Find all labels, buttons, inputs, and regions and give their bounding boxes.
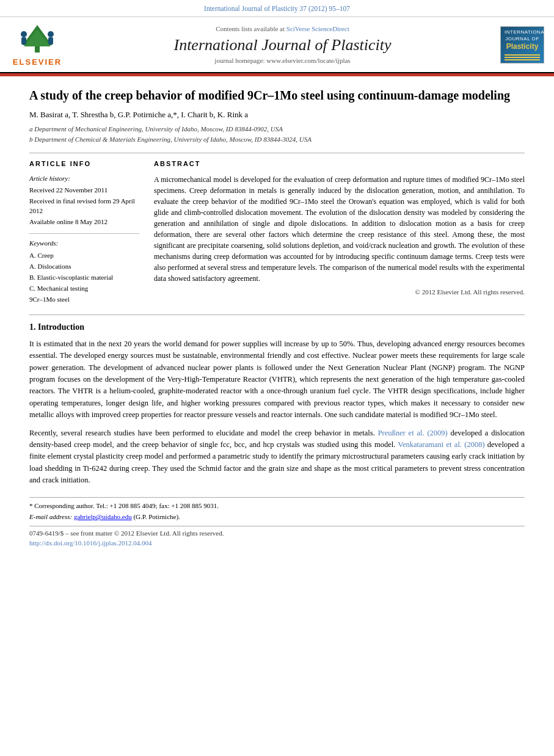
preussner-link[interactable]: Preußner et al. (2009) — [378, 429, 448, 437]
plasticity-main-text: Plasticity — [505, 42, 540, 52]
keyword-1: A. Creep — [29, 251, 139, 261]
abstract-heading: ABSTRACT — [154, 159, 525, 169]
affiliation-b: b Department of Chemical & Materials Eng… — [29, 134, 525, 145]
journal-homepage: journal homepage: www.elsevier.com/locat… — [71, 56, 494, 66]
plasticity-top-text: INTERNATIONAL JOURNAL OF — [505, 29, 540, 42]
available-online-date: Available online 8 May 2012 — [29, 217, 139, 227]
article-info-abstract: ARTICLE INFO Article history: Received 2… — [29, 153, 525, 305]
section-divider — [29, 314, 525, 315]
elsevier-tree-icon — [16, 22, 58, 56]
svg-rect-7 — [48, 37, 53, 45]
plasticity-badge-box: INTERNATIONAL JOURNAL OF Plasticity — [500, 26, 544, 63]
journal-header: ELSEVIER Contents lists available at Sci… — [0, 17, 554, 73]
keyword-2: A. Dislocations — [29, 262, 139, 272]
svg-point-4 — [21, 31, 27, 37]
svg-point-6 — [48, 31, 54, 37]
footnotes: * Corresponding author. Tel.: +1 208 885… — [29, 497, 525, 522]
authors-text: M. Basirat a, T. Shrestha b, G.P. Potirn… — [29, 110, 248, 119]
keywords-section: Keywords: A. Creep A. Dislocations B. El… — [29, 239, 139, 305]
header-center: Contents lists available at SciVerse Sci… — [71, 24, 494, 66]
affiliation-a: a Department of Mechanical Engineering, … — [29, 124, 525, 134]
svg-rect-5 — [21, 37, 26, 45]
journal-title: International Journal of Plasticity — [71, 35, 494, 54]
keyword-4: C. Mechanical testing — [29, 284, 139, 294]
received-revised-date: Received in final revised form 29 April … — [29, 197, 139, 216]
doi-line: http://dx.doi.org/10.1016/j.ijplas.2012.… — [29, 539, 525, 548]
introduction-section: 1. Introduction It is estimated that in … — [29, 321, 525, 487]
intro-paragraph-1: It is estimated that in the next 20 year… — [29, 338, 525, 421]
paper-title: A study of the creep behavior of modifie… — [29, 87, 525, 103]
keywords-label: Keywords: — [29, 239, 139, 249]
email-note: E-mail address: gabrielp@uidaho.edu (G.P… — [29, 512, 525, 522]
journal-ref-text: International Journal of Plasticity 37 (… — [204, 5, 350, 12]
abstract-text: A micromechanical model is developed for… — [154, 174, 525, 284]
keyword-3: B. Elastic-viscoplastic material — [29, 273, 139, 283]
venkataramani-link[interactable]: Venkataramani et al. (2008) — [398, 440, 484, 449]
keyword-5: 9Cr–1Mo steel — [29, 295, 139, 305]
article-info-panel: ARTICLE INFO Article history: Received 2… — [29, 159, 139, 305]
article-info-heading: ARTICLE INFO — [29, 159, 139, 169]
sciverse-line: Contents lists available at SciVerse Sci… — [71, 24, 494, 34]
doi-link[interactable]: http://dx.doi.org/10.1016/j.ijplas.2012.… — [29, 539, 152, 547]
paper-content: A study of the creep behavior of modifie… — [0, 76, 554, 560]
footer-links: 0749-6419/$ – see front matter © 2012 El… — [29, 526, 525, 548]
plasticity-badge: INTERNATIONAL JOURNAL OF Plasticity — [500, 26, 544, 63]
corresponding-author-note: * Corresponding author. Tel.: +1 208 885… — [29, 501, 525, 511]
history-label: Article history: — [29, 174, 139, 184]
affiliations: a Department of Mechanical Engineering, … — [29, 124, 525, 144]
journal-reference: International Journal of Plasticity 37 (… — [0, 0, 554, 17]
email-link[interactable]: gabrielp@uidaho.edu — [74, 513, 132, 520]
article-history: Article history: Received 22 November 20… — [29, 174, 139, 234]
copyright-line: © 2012 Elsevier Ltd. All rights reserved… — [154, 288, 525, 297]
issn-line: 0749-6419/$ – see front matter © 2012 El… — [29, 529, 525, 539]
abstract-panel: ABSTRACT A micromechanical model is deve… — [154, 159, 525, 305]
elsevier-brand-text: ELSEVIER — [13, 57, 62, 68]
received-date: Received 22 November 2011 — [29, 186, 139, 195]
authors-line: M. Basirat a, T. Shrestha b, G.P. Potirn… — [29, 109, 525, 121]
intro-paragraph-2: Recently, several research studies have … — [29, 427, 525, 487]
intro-heading: 1. Introduction — [29, 321, 525, 333]
elsevier-logo: ELSEVIER — [10, 22, 65, 68]
